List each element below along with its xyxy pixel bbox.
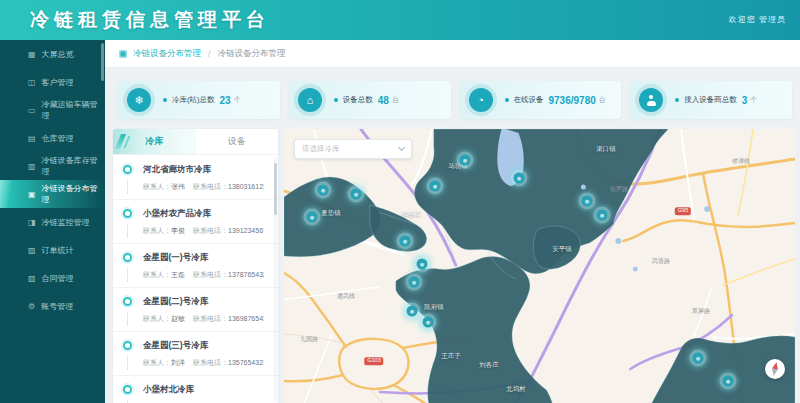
cold-storage-marker[interactable]: ❄: [594, 207, 611, 224]
sidebar-nav: ▦大屏总览◫客户管理▭冷藏运输车辆管理▤仓库管理▥冷链设备库存管理▣冷链设备分布…: [0, 40, 105, 403]
map-station-select[interactable]: 请选择冷库: [294, 139, 412, 159]
phone-label: 联系电话：: [193, 315, 228, 322]
station-list-item[interactable]: 小堡村北冷库联系人：陈晨联系电话：13465432109: [113, 376, 278, 403]
contact-value: 张伟: [171, 183, 185, 190]
breadcrumb-root[interactable]: 冷链设备分布管理: [133, 48, 201, 60]
station-name: 小堡村农产品冷库: [143, 208, 264, 220]
stat-card-1[interactable]: ⌂设备总数48台: [289, 81, 451, 119]
sidebar-item-label: 客户管理: [42, 77, 74, 88]
sidebar-item-2[interactable]: ▭冷藏运输车辆管理: [0, 96, 105, 124]
panel-scrollbar[interactable]: [274, 163, 277, 215]
app-header: 冷链租赁信息管理平台 欢迎您 管理员: [0, 0, 800, 40]
app-window: 冷链租赁信息管理平台 欢迎您 管理员 ▦大屏总览◫客户管理▭冷藏运输车辆管理▤仓…: [0, 0, 800, 403]
phone-label: 联系电话：: [193, 227, 228, 234]
stat-card-value: 9736/9780: [549, 95, 596, 106]
cold-storage-marker[interactable]: ❄: [690, 350, 707, 367]
station-marker-icon: [123, 209, 132, 218]
sidebar-item-0[interactable]: ▦大屏总览: [0, 40, 105, 68]
cold-storage-marker[interactable]: ❄: [404, 303, 421, 320]
sidebar-item-5[interactable]: ▣冷链设备分布管理: [0, 180, 105, 208]
tab-stations[interactable]: 冷库: [113, 129, 196, 154]
phone-value: 13787654321: [228, 271, 264, 278]
cold-storage-marker[interactable]: ❄: [397, 233, 414, 250]
cold-storage-marker[interactable]: ❄: [579, 193, 596, 210]
station-meta: 联系人：赵敏联系电话：13698765432: [143, 314, 264, 324]
cold-storage-marker[interactable]: ❄: [414, 256, 431, 273]
stat-card-value: 48: [378, 95, 389, 106]
station-list-item[interactable]: 金星园(一)号冷库联系人：王磊联系电话：13787654321: [113, 244, 278, 288]
phone-label: 联系电话：: [193, 359, 228, 366]
station-list-item[interactable]: 金星园(二)号冷库联系人：赵敏联系电话：13698765432: [113, 288, 278, 332]
sidebar-item-label: 订单统计: [42, 245, 74, 256]
account-icon: ⚙: [28, 302, 35, 311]
chevron-down-icon: [398, 144, 405, 151]
phone-label: 联系电话：: [193, 183, 228, 190]
phone-label: 联系电话：: [193, 271, 228, 278]
warehouse-icon: ▤: [28, 134, 36, 143]
stat-card-label: 接入设备商总数: [684, 95, 737, 105]
snowflake-icon: ❄: [693, 353, 704, 364]
cold-storage-marker[interactable]: ❄: [457, 152, 474, 169]
sidebar-item-9[interactable]: ⚙账号管理: [0, 292, 105, 320]
stat-card-2[interactable]: ◔在线设备9736/9780台: [460, 81, 622, 119]
stat-card-row: ❄冷库(站)总数23个⌂设备总数48台◔在线设备9736/9780台接入设备商总…: [118, 81, 792, 119]
sidebar-item-8[interactable]: ▧合同管理: [0, 264, 105, 292]
stat-card-label: 在线设备: [514, 95, 544, 105]
snowflake-icon: ❄: [400, 236, 411, 247]
inventory-icon: ▥: [28, 162, 36, 171]
stat-card-3[interactable]: 接入设备商总数3个: [630, 81, 792, 119]
snowflake-icon: ❄: [597, 210, 608, 221]
dashboard-icon: ▦: [28, 50, 36, 59]
snowflake-icon: ❄: [351, 189, 362, 200]
sidebar-scrollbar[interactable]: [101, 43, 104, 81]
contact-value: 王磊: [171, 271, 185, 278]
station-marker-icon: [123, 385, 132, 394]
contact-value: 李俊: [171, 227, 185, 234]
contact-label: 联系人：: [143, 359, 171, 366]
station-list: 河北省廊坊市冷库联系人：张伟联系电话：13803161234小堡村农产品冷库联系…: [113, 156, 278, 403]
snowflake-icon: ❄: [460, 155, 471, 166]
cold-storage-marker[interactable]: ❄: [420, 314, 437, 331]
panel-tabs: 冷库设备: [113, 129, 278, 155]
stat-card-unit: 个: [234, 95, 241, 105]
cold-storage-marker[interactable]: ❄: [406, 274, 423, 291]
station-list-item[interactable]: 河北省廊坊市冷库联系人：张伟联系电话：13803161234: [113, 156, 278, 200]
compass-control[interactable]: [765, 359, 785, 379]
user-welcome[interactable]: 欢迎您 管理员: [729, 14, 786, 25]
tab-label: 冷库: [145, 135, 163, 148]
stat-card-0[interactable]: ❄冷库(站)总数23个: [118, 81, 280, 119]
tab-devices[interactable]: 设备: [196, 129, 279, 154]
breadcrumb: 冷链设备分布管理 / 冷链设备分布管理: [105, 40, 800, 68]
station-list-item[interactable]: 小堡村农产品冷库联系人：李俊联系电话：13912345678: [113, 200, 278, 244]
phone-value: 13803161234: [228, 183, 264, 190]
station-meta: 联系人：刘洋联系电话：13576543210: [143, 358, 264, 368]
phone-value: 13698765432: [228, 315, 264, 322]
cold-storage-marker[interactable]: ❄: [304, 209, 321, 226]
contact-label: 联系人：: [143, 183, 171, 190]
sidebar-item-1[interactable]: ◫客户管理: [0, 68, 105, 96]
cold-storage-marker[interactable]: ❄: [348, 186, 365, 203]
snowflake-icon: ❄: [582, 196, 593, 207]
station-marker-icon: [123, 341, 132, 350]
snowflake-icon: ❄: [409, 277, 420, 288]
sidebar-item-label: 账号管理: [41, 301, 73, 312]
sidebar-item-3[interactable]: ▤仓库管理: [0, 124, 105, 152]
monitor-icon: ◨: [28, 218, 36, 227]
stat-card-label: 冷库(站)总数: [172, 95, 215, 105]
map-canvas[interactable]: 请选择冷库 夏垫镇祁各庄马坊镇渠口镇安平镇陈府镇王庄子刘各庄北坞村徐尹路武香路翠…: [284, 129, 795, 403]
sidebar-item-6[interactable]: ◨冷链监控管理: [0, 208, 105, 236]
sidebar-item-7[interactable]: ▨订单统计: [0, 236, 105, 264]
cold-storage-marker[interactable]: ❄: [315, 182, 332, 199]
stat-dot-icon: [163, 98, 167, 102]
cold-storage-marker[interactable]: ❄: [720, 373, 737, 390]
contact-label: 联系人：: [143, 271, 171, 278]
cold-storage-marker[interactable]: ❄: [427, 178, 444, 195]
contract-icon: ▧: [28, 274, 36, 283]
phone-value: 13912345678: [228, 227, 264, 234]
cold-storage-marker[interactable]: ❄: [511, 170, 528, 187]
sidebar-item-label: 冷链监控管理: [42, 217, 90, 228]
breadcrumb-separator: /: [208, 49, 210, 59]
road-number-badge: G95: [675, 207, 691, 215]
station-list-item[interactable]: 金星园(三)号冷库联系人：刘洋联系电话：13576543210: [113, 332, 278, 376]
sidebar-item-4[interactable]: ▥冷链设备库存管理: [0, 152, 105, 180]
